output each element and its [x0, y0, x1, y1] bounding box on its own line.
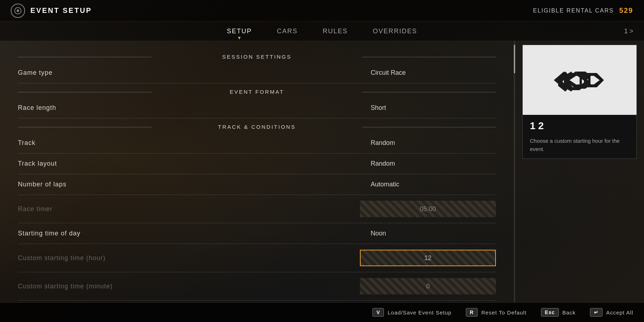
action-back[interactable]: Esc Back: [541, 308, 576, 317]
key-enter: ↵: [590, 308, 602, 317]
label-back: Back: [562, 309, 576, 316]
label-starting-time: Starting time of day: [18, 230, 80, 237]
eligible-label: ELIGIBLE RENTAL CARS: [533, 8, 614, 14]
eligible-count: 529: [619, 6, 633, 15]
section-track-conditions: TRACK & CONDITIONS: [18, 124, 496, 130]
section-session-settings: SESSION SETTINGS: [18, 54, 496, 60]
label-track: Track: [18, 139, 35, 147]
value-custom-minute: 0: [426, 283, 430, 290]
info-card-number: 1 2: [530, 120, 629, 132]
label-race-length: Race length: [18, 104, 56, 112]
row-track[interactable]: Track Random: [18, 133, 496, 153]
row-custom-minute: Custom starting time (minute) 0: [18, 272, 496, 301]
info-card-body: 1 2 Choose a custom starting hour for th…: [523, 115, 636, 158]
key-esc: Esc: [541, 308, 559, 317]
action-reset[interactable]: R Reset To Default: [466, 308, 527, 317]
tab-rules[interactable]: RULES: [321, 24, 350, 39]
label-accept: Accept All: [606, 309, 633, 316]
key-r: R: [466, 308, 478, 317]
row-number-of-laps[interactable]: Number of laps Automatic: [18, 174, 496, 195]
field-custom-minute: 0: [360, 278, 496, 294]
nav-tabs: SETUP CARS RULES OVERRIDES 1 >: [0, 21, 644, 41]
action-load-save[interactable]: V Load/Save Event Setup: [372, 308, 452, 317]
header-left: EVENT SETUP: [11, 4, 92, 18]
info-card: 1 2 Choose a custom starting hour for th…: [522, 45, 637, 159]
scrollbar-thumb: [514, 45, 515, 73]
tab-setup[interactable]: SETUP: [225, 24, 254, 39]
info-panel: 1 2 Choose a custom starting hour for th…: [515, 41, 644, 302]
label-race-timer: Race timer: [18, 205, 53, 213]
row-race-timer: Race timer 05:00: [18, 195, 496, 223]
label-reset: Reset To Default: [481, 309, 527, 316]
tab-overrides[interactable]: OVERRIDES: [371, 24, 419, 39]
value-number-of-laps: Automatic: [371, 181, 496, 188]
label-custom-minute: Custom starting time (minute): [18, 283, 113, 290]
page-title: EVENT SETUP: [30, 6, 92, 15]
forza-logo: [551, 66, 608, 94]
info-card-description: Choose a custom starting hour for the ev…: [530, 137, 629, 153]
header: EVENT SETUP ELIGIBLE RENTAL CARS 529: [0, 0, 644, 21]
svg-rect-7: [588, 76, 590, 84]
label-load-save: Load/Save Event Setup: [387, 309, 452, 316]
label-game-type: Game type: [18, 69, 53, 77]
value-track: Random: [371, 139, 496, 147]
value-custom-hour: 12: [424, 254, 431, 262]
bottom-bar: V Load/Save Event Setup R Reset To Defau…: [0, 302, 644, 322]
row-race-length[interactable]: Race length Short: [18, 98, 496, 118]
label-custom-hour: Custom starting time (hour): [18, 254, 106, 262]
field-race-timer: 05:00: [360, 201, 496, 217]
header-right: ELIGIBLE RENTAL CARS 529: [533, 6, 633, 15]
label-track-layout: Track layout: [18, 160, 57, 167]
row-game-type[interactable]: Game type Circuit Race: [18, 63, 496, 83]
value-race-length: Short: [371, 104, 496, 112]
value-track-layout: Random: [371, 160, 496, 167]
value-starting-time: Noon: [371, 230, 496, 237]
row-custom-hour[interactable]: Custom starting time (hour) 12: [18, 244, 496, 272]
page-nav-arrows[interactable]: 1 >: [624, 28, 633, 35]
action-accept[interactable]: ↵ Accept All: [590, 308, 633, 317]
info-card-image: [523, 45, 636, 115]
settings-panel: SESSION SETTINGS Game type Circuit Race …: [0, 41, 514, 302]
field-custom-hour[interactable]: 12: [360, 250, 496, 266]
scrollbar[interactable]: [514, 41, 515, 302]
row-starting-time[interactable]: Starting time of day Noon: [18, 223, 496, 244]
row-track-layout[interactable]: Track layout Random: [18, 153, 496, 174]
label-number-of-laps: Number of laps: [18, 181, 67, 188]
section-event-format: EVENT FORMAT: [18, 89, 496, 95]
value-game-type: Circuit Race: [371, 69, 496, 77]
app-logo: [11, 4, 25, 18]
main-content: SESSION SETTINGS Game type Circuit Race …: [0, 41, 644, 302]
key-v: V: [372, 308, 384, 317]
value-race-timer: 05:00: [420, 205, 436, 213]
tab-cars[interactable]: CARS: [275, 24, 299, 39]
